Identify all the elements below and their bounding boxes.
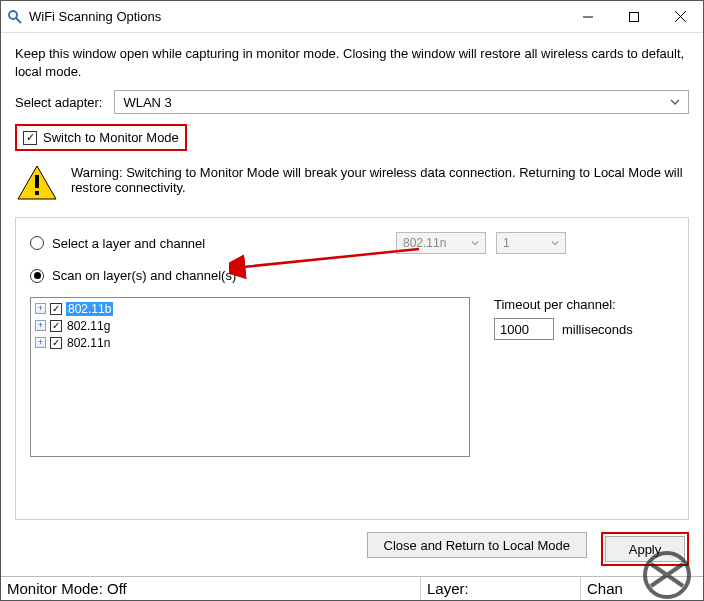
content-area: Keep this window open while capturing in… bbox=[1, 33, 703, 528]
channel-dropdown[interactable]: 1 bbox=[496, 232, 566, 254]
chevron-down-icon bbox=[471, 239, 479, 247]
timeout-unit: milliseconds bbox=[562, 322, 633, 337]
watermark-icon bbox=[631, 550, 703, 600]
single-layer-label: Select a layer and channel bbox=[52, 236, 205, 251]
svg-rect-8 bbox=[35, 191, 39, 195]
adapter-select[interactable]: WLAN 3 bbox=[114, 90, 689, 114]
chevron-down-icon bbox=[670, 97, 680, 107]
close-button[interactable] bbox=[657, 1, 703, 32]
warning-row: Warning: Switching to Monitor Mode will … bbox=[15, 161, 689, 205]
tree-row[interactable]: + ✓ 802.11g bbox=[33, 317, 467, 334]
window-title: WiFi Scanning Options bbox=[29, 9, 161, 24]
svg-point-0 bbox=[9, 11, 17, 19]
tree-checkbox[interactable]: ✓ bbox=[50, 320, 62, 332]
tree-label: 802.11g bbox=[66, 319, 111, 333]
warning-icon bbox=[17, 165, 57, 201]
scan-body: + ✓ 802.11b + ✓ 802.11g + ✓ 802.11n bbox=[30, 297, 674, 505]
svg-rect-3 bbox=[630, 12, 639, 21]
monitor-mode-label: Switch to Monitor Mode bbox=[43, 130, 179, 145]
monitor-mode-checkbox-row[interactable]: ✓ Switch to Monitor Mode bbox=[15, 124, 187, 151]
scan-layers-label: Scan on layer(s) and channel(s) bbox=[52, 268, 236, 283]
layer-dropdown-value: 802.11n bbox=[403, 236, 446, 250]
svg-rect-7 bbox=[35, 175, 39, 188]
expand-icon[interactable]: + bbox=[35, 337, 46, 348]
timeout-input[interactable] bbox=[494, 318, 554, 340]
tree-checkbox[interactable]: ✓ bbox=[50, 337, 62, 349]
status-layer: Layer: bbox=[421, 577, 581, 600]
adapter-value: WLAN 3 bbox=[123, 95, 171, 110]
status-monitor-mode: Monitor Mode: Off bbox=[1, 577, 421, 600]
single-layer-radio[interactable] bbox=[30, 236, 44, 250]
monitor-mode-checkbox[interactable]: ✓ bbox=[23, 131, 37, 145]
maximize-button[interactable] bbox=[611, 1, 657, 32]
minimize-button[interactable] bbox=[565, 1, 611, 32]
tree-row[interactable]: + ✓ 802.11b bbox=[33, 300, 467, 317]
svg-line-1 bbox=[16, 18, 21, 23]
adapter-row: Select adapter: WLAN 3 bbox=[15, 90, 689, 114]
scan-groupbox: Select a layer and channel 802.11n 1 Sca… bbox=[15, 217, 689, 520]
adapter-label: Select adapter: bbox=[15, 95, 102, 110]
expand-icon[interactable]: + bbox=[35, 303, 46, 314]
app-icon bbox=[7, 9, 23, 25]
timeout-column: Timeout per channel: milliseconds bbox=[494, 297, 674, 505]
close-return-button[interactable]: Close and Return to Local Mode bbox=[367, 532, 587, 558]
status-bar: Monitor Mode: Off Layer: Chan bbox=[1, 576, 703, 600]
layer-dropdown[interactable]: 802.11n bbox=[396, 232, 486, 254]
single-layer-row: Select a layer and channel 802.11n 1 bbox=[30, 232, 674, 254]
channel-dropdown-value: 1 bbox=[503, 236, 510, 250]
expand-icon[interactable]: + bbox=[35, 320, 46, 331]
button-bar: Close and Return to Local Mode Apply bbox=[1, 528, 703, 576]
description-text: Keep this window open while capturing in… bbox=[15, 45, 689, 80]
chevron-down-icon bbox=[551, 239, 559, 247]
timeout-label: Timeout per channel: bbox=[494, 297, 674, 312]
scan-layers-row: Scan on layer(s) and channel(s) bbox=[30, 268, 674, 283]
wifi-scanning-options-window: WiFi Scanning Options Keep this window o… bbox=[0, 0, 704, 601]
warning-text: Warning: Switching to Monitor Mode will … bbox=[71, 165, 687, 195]
titlebar: WiFi Scanning Options bbox=[1, 1, 703, 33]
layer-tree[interactable]: + ✓ 802.11b + ✓ 802.11g + ✓ 802.11n bbox=[30, 297, 470, 457]
tree-checkbox[interactable]: ✓ bbox=[50, 303, 62, 315]
tree-label: 802.11n bbox=[66, 336, 111, 350]
scan-layers-radio[interactable] bbox=[30, 269, 44, 283]
tree-label: 802.11b bbox=[66, 302, 113, 316]
tree-row[interactable]: + ✓ 802.11n bbox=[33, 334, 467, 351]
